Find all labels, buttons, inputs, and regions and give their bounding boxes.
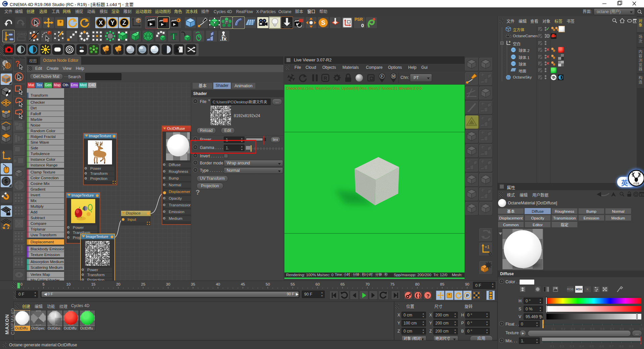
svg-text:85: 85 (440, 282, 444, 286)
svg-text:Z: Z (122, 19, 126, 26)
svg-text:0.3: 0.3 (570, 345, 574, 348)
svg-text:R: R (324, 75, 327, 81)
svg-text:65: 65 (340, 282, 345, 286)
svg-text:X: X (99, 19, 103, 26)
svg-text:T: T (170, 31, 177, 42)
svg-text:?: ? (427, 293, 430, 299)
svg-text:0.9: 0.9 (630, 327, 634, 331)
svg-text:10: 10 (66, 282, 71, 286)
svg-text:0.4: 0.4 (580, 345, 584, 348)
svg-text:5: 5 (42, 282, 44, 286)
svg-text:30: 30 (166, 282, 170, 286)
svg-text:60: 60 (316, 282, 320, 286)
svg-text:70: 70 (365, 282, 370, 286)
svg-text:35: 35 (191, 282, 195, 286)
svg-text:45: 45 (241, 282, 245, 286)
svg-text:0.7: 0.7 (609, 345, 614, 348)
svg-text:25: 25 (141, 282, 146, 286)
svg-text:90: 90 (465, 282, 469, 286)
svg-text:20: 20 (116, 282, 120, 286)
svg-text:0.9: 0.9 (629, 345, 634, 348)
svg-text:0.6: 0.6 (600, 345, 604, 348)
svg-text:50: 50 (266, 282, 270, 286)
svg-text:S: S (4, 179, 8, 184)
svg-text:40: 40 (216, 282, 220, 286)
svg-text:0: 0 (20, 282, 22, 286)
svg-text:=1: =1 (485, 245, 489, 249)
svg-text:行恋客: 行恋客 (633, 182, 639, 185)
svg-text:0.5: 0.5 (590, 345, 594, 348)
svg-text:0: 0 (509, 40, 510, 43)
svg-text:IES: IES (80, 46, 84, 49)
svg-text:?: ? (15, 59, 20, 68)
svg-text:M: M (392, 74, 395, 78)
svg-text:0.1: 0.1 (550, 345, 554, 348)
svg-text:15: 15 (91, 282, 96, 286)
svg-text:0.2: 0.2 (560, 345, 564, 348)
svg-text:Y: Y (111, 19, 115, 26)
svg-text:S: S (321, 19, 325, 26)
svg-text:F: F (381, 74, 383, 78)
svg-text:55: 55 (290, 282, 295, 286)
svg-text:GRID: GRID (17, 32, 27, 36)
svg-text:P: P (466, 294, 469, 298)
svg-text:80: 80 (415, 282, 420, 286)
svg-text:.fx: .fx (220, 36, 227, 42)
svg-text:75: 75 (390, 282, 395, 286)
svg-text:0.8: 0.8 (620, 345, 624, 348)
